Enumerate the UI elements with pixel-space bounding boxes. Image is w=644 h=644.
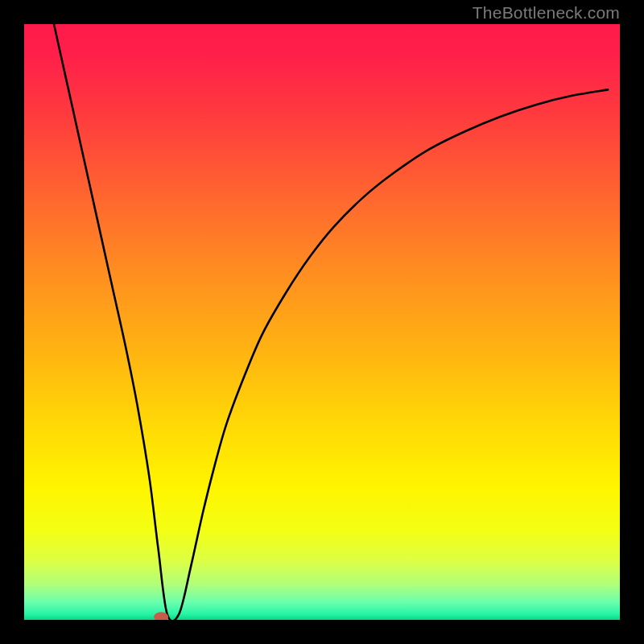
chart-container: TheBottleneck.com bbox=[0, 0, 644, 644]
plot-area bbox=[24, 24, 620, 620]
watermark-text: TheBottleneck.com bbox=[473, 3, 620, 23]
curve-layer bbox=[24, 24, 620, 620]
bottleneck-curve bbox=[54, 24, 608, 620]
